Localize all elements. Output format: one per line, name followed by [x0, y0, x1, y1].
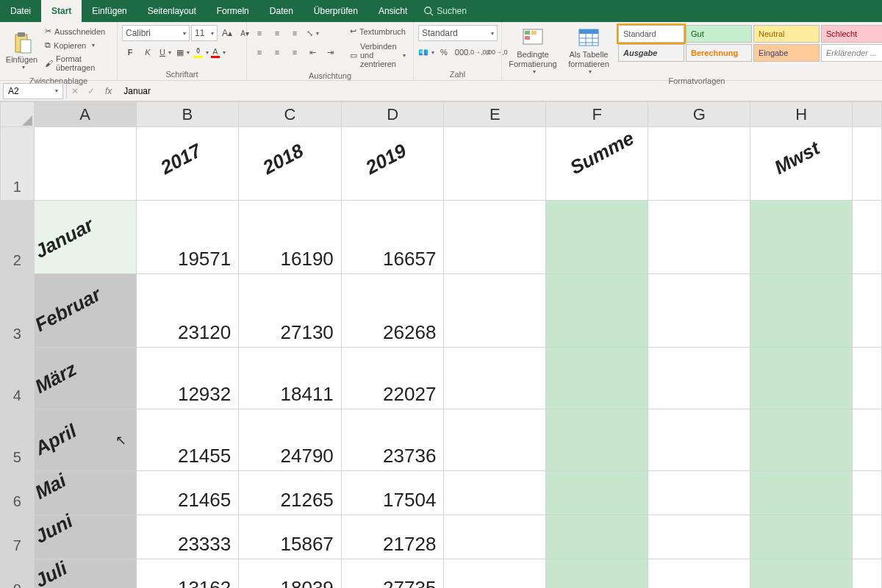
cell-D4[interactable]: 22027 — [341, 348, 444, 409]
cell-D1[interactable]: 2019 — [341, 127, 444, 201]
cell-G2[interactable] — [648, 201, 750, 274]
cell-B6[interactable]: 21465 — [136, 471, 239, 515]
conditional-formatting-button[interactable]: Bedingte Formatierung▾ — [506, 25, 559, 75]
paste-button[interactable]: Einfügen ▾ — [4, 25, 39, 75]
cell-D2[interactable]: 16657 — [341, 201, 444, 274]
cell-B1[interactable]: 2017 — [136, 127, 239, 201]
style-gut[interactable]: Gut — [686, 25, 752, 43]
format-as-table-button[interactable]: Als Tabelle formatieren▾ — [562, 25, 615, 75]
cell-B7[interactable]: 23333 — [136, 515, 239, 559]
cell-D8[interactable]: 27735 — [341, 559, 444, 589]
cell-E8[interactable] — [444, 559, 546, 589]
font-color-button[interactable]: A▾ — [210, 44, 226, 60]
cell-E7[interactable] — [444, 515, 546, 559]
underline-button[interactable]: U▾ — [157, 44, 173, 60]
cell-H2[interactable] — [750, 201, 853, 274]
tab-ueberpruefen[interactable]: Überprüfen — [304, 0, 368, 22]
cancel-formula-button[interactable]: ✕ — [67, 83, 83, 99]
row-header-3[interactable]: 3 — [1, 274, 35, 348]
style-schlecht[interactable]: Schlecht — [821, 25, 882, 43]
tab-start[interactable]: Start — [41, 0, 82, 22]
cell-F6[interactable] — [546, 471, 648, 515]
cell-C5[interactable]: 24790 — [239, 409, 342, 471]
cell-A4[interactable]: März — [34, 348, 136, 409]
name-box[interactable]: A2▾ — [3, 83, 63, 99]
number-format-select[interactable]: Standard▾ — [418, 25, 498, 41]
cell-I1[interactable] — [853, 127, 882, 201]
bold-button[interactable]: F — [122, 44, 138, 60]
border-button[interactable]: ▦▾ — [175, 44, 191, 60]
tab-datei[interactable]: Datei — [0, 0, 41, 22]
row-header-5[interactable]: 5 — [1, 409, 35, 471]
cell-H3[interactable] — [750, 274, 853, 348]
cell-E3[interactable] — [444, 274, 546, 348]
cell-C1[interactable]: 2018 — [239, 127, 342, 201]
cell-H8[interactable] — [750, 559, 853, 589]
grid[interactable]: A B C D E F G H 1 2017 2018 2019 Summe M… — [0, 101, 882, 588]
align-bottom-button[interactable]: ≡ — [287, 25, 303, 41]
font-name-select[interactable]: Calibri▾ — [122, 25, 190, 41]
format-painter-button[interactable]: 🖌Format übertragen — [42, 53, 112, 74]
cell-I4[interactable] — [853, 348, 882, 409]
tab-seitenlayout[interactable]: Seitenlayout — [137, 0, 207, 22]
cut-button[interactable]: ✂Ausschneiden — [42, 25, 112, 37]
tab-einfuegen[interactable]: Einfügen — [82, 0, 137, 22]
cell-I6[interactable] — [853, 471, 882, 515]
cell-G8[interactable] — [648, 559, 750, 589]
col-header-D[interactable]: D — [341, 102, 444, 127]
tab-formeln[interactable]: Formeln — [207, 0, 259, 22]
row-header-1[interactable]: 1 — [1, 127, 35, 201]
align-right-button[interactable]: ≡ — [287, 44, 303, 60]
cell-G3[interactable] — [648, 274, 750, 348]
row-header-4[interactable]: 4 — [1, 348, 35, 409]
cell-B8[interactable]: 13162 — [136, 559, 239, 589]
percent-button[interactable]: % — [436, 44, 452, 60]
merge-center-button[interactable]: ▭Verbinden und zentrieren▾ — [347, 40, 409, 70]
cell-I3[interactable] — [853, 274, 882, 348]
row-header-8[interactable]: 8 — [1, 559, 35, 589]
font-size-select[interactable]: 11▾ — [191, 25, 218, 41]
increase-decimal-button[interactable]: ,0→,00 — [471, 44, 487, 60]
cell-A7[interactable]: Juni — [34, 515, 136, 559]
cell-B4[interactable]: 12932 — [136, 348, 239, 409]
cell-H1[interactable]: Mwst — [750, 127, 853, 201]
cell-D3[interactable]: 26268 — [341, 274, 444, 348]
cell-F8[interactable] — [546, 559, 648, 589]
col-header-F[interactable]: F — [546, 102, 648, 127]
cell-A1[interactable] — [34, 127, 136, 201]
row-header-6[interactable]: 6 — [1, 471, 35, 515]
formula-input[interactable]: Januar — [118, 86, 882, 96]
row-header-7[interactable]: 7 — [1, 515, 35, 559]
cell-C7[interactable]: 15867 — [239, 515, 342, 559]
align-center-button[interactable]: ≡ — [269, 44, 285, 60]
fx-icon[interactable]: fx — [99, 86, 118, 96]
style-ausgabe[interactable]: Ausgabe — [618, 44, 684, 62]
increase-font-button[interactable]: A▴ — [219, 25, 235, 41]
row-header-2[interactable]: 2 — [1, 201, 35, 274]
cell-C4[interactable]: 18411 — [239, 348, 342, 409]
cell-C6[interactable]: 21265 — [239, 471, 342, 515]
cell-styles-gallery[interactable]: Standard Gut Neutral Schlecht Ausgabe Be… — [618, 25, 882, 62]
cell-I5[interactable] — [853, 409, 882, 471]
select-all-corner[interactable] — [1, 102, 35, 127]
style-standard[interactable]: Standard — [618, 25, 684, 43]
copy-button[interactable]: ⧉Kopieren▾ — [42, 39, 112, 51]
cell-E4[interactable] — [444, 348, 546, 409]
search-box[interactable]: Suchen — [423, 6, 467, 16]
col-header-next[interactable] — [853, 102, 882, 127]
enter-formula-button[interactable]: ✓ — [83, 83, 99, 99]
cell-D7[interactable]: 21728 — [341, 515, 444, 559]
col-header-A[interactable]: A — [34, 102, 136, 127]
cell-F4[interactable] — [546, 348, 648, 409]
cell-I7[interactable] — [853, 515, 882, 559]
cell-E2[interactable] — [444, 201, 546, 274]
style-eingabe[interactable]: Eingabe — [753, 44, 820, 62]
cell-G7[interactable] — [648, 515, 750, 559]
cell-A2[interactable]: Januar — [34, 201, 136, 274]
cell-H7[interactable] — [750, 515, 853, 559]
col-header-H[interactable]: H — [750, 102, 853, 127]
cell-C8[interactable]: 18039 — [239, 559, 342, 589]
outdent-button[interactable]: ⇤ — [304, 44, 320, 60]
cell-F1[interactable]: Summe — [546, 127, 648, 201]
cell-F3[interactable] — [546, 274, 648, 348]
